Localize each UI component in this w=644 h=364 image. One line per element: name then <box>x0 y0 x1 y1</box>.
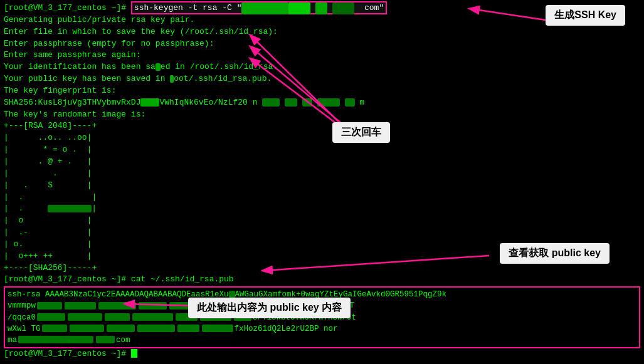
cmd-highlight-text: ssh-keygen -t rsa -C "r■■■■■■■■■■■■ ■■ ■… <box>131 1 387 14</box>
cursor <box>131 349 137 358</box>
cat-cmd: cat ~/.ssh/id_rsa.pub <box>131 274 234 284</box>
art-5: | . S | <box>4 180 640 192</box>
line-2: Generating public/private rsa key pair. <box>4 14 640 26</box>
line-8: The key fingerprint is: <box>4 85 640 97</box>
art-1: | ..o.. ..oo| <box>4 132 640 144</box>
prompt-1: [root@VM_3_177_centos ~]# <box>4 3 131 13</box>
prompt-cat: [root@VM_3_177_centos ~]# <box>4 274 131 284</box>
art-6: | . | <box>4 192 640 204</box>
annotation-ssh-key: 生成SSH Key <box>546 5 625 26</box>
line-4: Enter passphrase (empty for no passphras… <box>4 38 640 50</box>
annotation-pub-content: 此处输出内容为 public key 内容 <box>188 298 351 318</box>
line-10: The key's randomart image is: <box>4 109 640 121</box>
art-top: +---[RSA 2048]----+ <box>4 120 640 132</box>
annotation-three-enter: 三次回车 <box>332 122 390 143</box>
terminal: [root@VM_3_177_centos ~]# ssh-keygen -t … <box>0 0 644 364</box>
art-3: | . @ + . | <box>4 156 640 168</box>
art-4: | . | <box>4 168 640 180</box>
line-final: [root@VM_3_177_centos ~]# <box>4 348 640 360</box>
annotation-view-pub: 查看获取 public key <box>500 243 610 264</box>
line-6: Your identification has been saed in /ro… <box>4 61 640 73</box>
pubkey-line-4: wXwl TGfxHoz61dQ2Le2rU2BP nor <box>8 323 636 335</box>
line-7: Your public key has been saved in oot/.s… <box>4 73 640 85</box>
line-1: [root@VM_3_177_centos ~]# ssh-keygen -t … <box>4 3 640 14</box>
art-bottom: +----[SHA256]-----+ <box>4 263 640 274</box>
line-3: Enter file in which to save the key (/ro… <box>4 26 640 38</box>
prompt-final: [root@VM_3_177_centos ~]# <box>4 349 131 358</box>
art-2: | * = o . | <box>4 144 640 156</box>
pubkey-line-5: macom <box>8 335 636 346</box>
art-9: | .- | <box>4 227 640 239</box>
line-cat: [root@VM_3_177_centos ~]# cat ~/.ssh/id_… <box>4 274 640 286</box>
art-7-blurred: | . | <box>4 203 640 215</box>
art-8: | o | <box>4 215 640 227</box>
line-9: SHA256:KusL8juVg3THVybmvRxDJVWhIqNk6vEo/… <box>4 97 640 109</box>
line-5: Enter same passphrase again: <box>4 49 640 61</box>
